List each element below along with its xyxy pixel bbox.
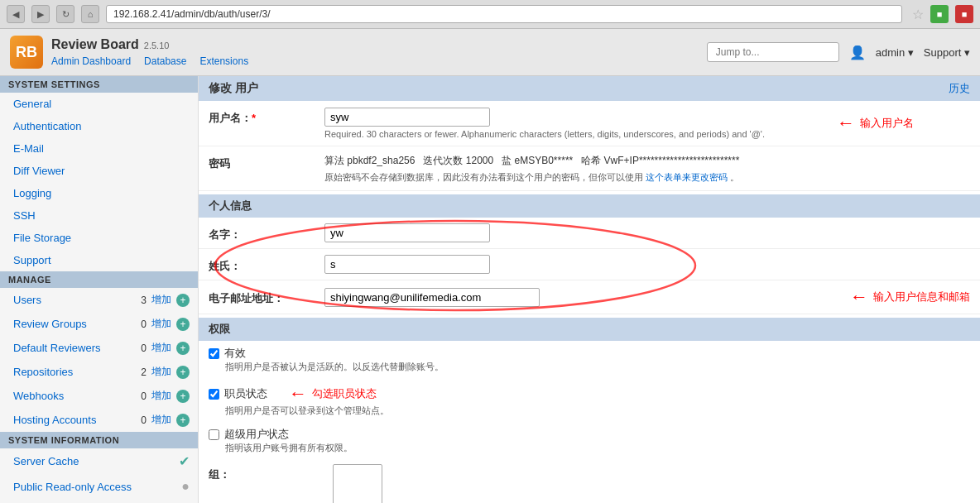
default-reviewers-add-icon[interactable]: + [176,342,190,355]
sidebar: SYSTEM SETTINGS General Authentication E… [0,76,199,503]
firstname-field-wrapper [324,223,970,242]
page-title-header: 修改 用户 历史 [199,76,980,101]
password-display: 算法 pbkdf2_sha256 迭代次数 12000 盐 eMSYB0****… [324,153,970,184]
home-button[interactable]: ⌂ [81,5,99,23]
content-area: 修改 用户 历史 用户名：* Required. 30 characters o… [199,76,980,503]
sidebar-item-email[interactable]: E-Mail [0,137,198,160]
sidebar-item-logging[interactable]: Logging [0,182,198,204]
firstname-row: 名字： [199,218,980,249]
sidebar-item-authentication[interactable]: Authentication [0,115,198,137]
ext-red-button[interactable]: ■ [955,5,973,23]
firstname-label: 名字： [209,224,324,242]
active-description: 指明用户是否被认为是活跃的。以反选代替删除账号。 [225,361,970,373]
sidebar-item-diff-viewer[interactable]: Diff Viewer [0,160,198,182]
sidebar-item-review-groups[interactable]: Review Groups 0 增加 + [0,312,198,336]
nav-admin-dashboard[interactable]: Admin Dashboard [51,55,131,67]
sidebar-item-support[interactable]: Support [0,249,198,271]
sidebar-item-public-readonly[interactable]: Public Read-only Access ● [0,474,198,499]
user-icon: 👤 [849,45,866,60]
personal-info-header: 个人信息 [199,194,980,218]
forward-button[interactable]: ▶ [31,5,50,23]
sidebar-item-webhooks[interactable]: Webhooks 0 增加 + [0,384,198,408]
main-layout: SYSTEM SETTINGS General Authentication E… [0,76,980,503]
username-label: 用户名：* [209,108,324,126]
staff-checkbox-label: 职员状态 [224,386,267,401]
url-bar[interactable] [106,5,902,23]
bookmark-icon[interactable]: ☆ [912,7,924,22]
public-readonly-status-icon: ● [181,479,190,494]
password-note2: 。 [730,172,739,182]
user-menu[interactable]: admin ▾ [876,46,914,59]
ext-green-button[interactable]: ■ [930,5,949,23]
browser-bar: ◀ ▶ ↻ ⌂ ☆ ■ ■ [0,0,980,29]
hosting-accounts-add-icon[interactable]: + [176,414,190,427]
superuser-checkbox-row: 超级用户状态 [209,427,970,442]
superuser-checkbox[interactable] [209,429,219,440]
webhooks-add-icon[interactable]: + [176,390,190,403]
refresh-button[interactable]: ↻ [56,5,74,23]
password-iter-label: 迭代次数 [423,155,463,166]
app-version: 2.5.10 [144,41,170,50]
superuser-section: 超级用户状态 指明该用户账号拥有所有权限。 [199,422,980,459]
history-link[interactable]: 历史 [949,81,970,96]
groups-section: 组： + [199,459,980,503]
sidebar-item-syntax-highlighting[interactable]: Syntax Highlighting ✔ [0,499,198,503]
sidebar-item-hosting-accounts[interactable]: Hosting Accounts 0 增加 + [0,408,198,432]
groups-select[interactable] [333,464,382,503]
email-row: 电子邮址地址： ← 输入用户信息和邮箱 [199,280,980,314]
app-header: RB Review Board 2.5.10 Admin Dashboard D… [0,29,980,76]
nav-extensions[interactable]: Extensions [199,55,248,67]
active-checkbox[interactable] [209,348,219,359]
sidebar-item-default-reviewers[interactable]: Default Reviewers 0 增加 + [0,336,198,360]
nav-database[interactable]: Database [144,55,186,67]
lastname-label: 姓氏： [209,256,324,274]
back-button[interactable]: ◀ [7,5,25,23]
jump-to-input[interactable] [707,42,839,62]
username-input[interactable] [324,108,490,127]
personal-annotation: ← 输入用户信息和邮箱 [850,286,970,308]
sidebar-item-users[interactable]: Users 3 增加 + [0,288,198,312]
sidebar-item-ssh[interactable]: SSH [0,204,198,227]
logo-icon: RB [10,36,43,69]
firstname-input[interactable] [324,223,490,242]
app-nav: Admin Dashboard Database Extensions [51,55,248,67]
email-field-wrapper [324,288,825,307]
users-add-icon[interactable]: + [176,294,190,307]
lastname-field-wrapper [324,255,970,274]
staff-checkbox-row: 职员状态 ← 勾选职员状态 [209,383,970,405]
sidebar-item-server-cache[interactable]: Server Cache ✔ [0,448,198,474]
server-cache-status-icon: ✔ [179,453,190,469]
password-algo-value: pbkdf2_sha256 [347,155,415,166]
staff-annotation: ← 勾选职员状态 [289,383,377,405]
active-checkbox-row: 有效 [209,346,970,361]
lastname-input[interactable] [324,255,490,274]
password-change-link[interactable]: 这个表单来更改密码 [646,172,728,182]
username-annotation: ← 输入用户名 [837,113,914,134]
sidebar-item-general[interactable]: General [0,93,198,115]
superuser-description: 指明该用户账号拥有所有权限。 [225,442,970,454]
repositories-add-icon[interactable]: + [176,366,190,379]
staff-checkbox[interactable] [209,389,219,400]
active-checkbox-label: 有效 [224,346,246,361]
staff-description: 指明用户是否可以登录到这个管理站点。 [225,405,970,417]
password-salt-value: eMSYB0***** [515,155,574,166]
header-right: 👤 admin ▾ Support ▾ [707,42,970,62]
review-groups-add-icon[interactable]: + [176,318,190,331]
sidebar-section-system-settings: SYSTEM SETTINGS [0,76,198,93]
password-hash-value: VwF+IP************************** [604,155,740,166]
sidebar-section-manage: MANAGE [0,271,198,288]
password-salt-label: 盐 [502,155,512,166]
email-input[interactable] [324,288,540,307]
password-iter-value: 12000 [466,155,493,166]
active-section: 有效 指明用户是否被认为是活跃的。以反选代替删除账号。 [199,341,980,378]
groups-label: 组： [209,464,324,482]
lastname-row: 姓氏： [199,249,980,280]
sidebar-item-file-storage[interactable]: File Storage [0,227,198,249]
sidebar-item-repositories[interactable]: Repositories 2 增加 + [0,360,198,384]
app-name: Review Board [51,37,139,52]
password-label: 密码 [209,153,324,171]
password-algo-label: 算法 [324,155,344,166]
app-logo: RB Review Board 2.5.10 Admin Dashboard D… [10,36,248,69]
support-menu[interactable]: Support ▾ [924,46,970,59]
sidebar-section-system-info: SYSTEM INFORMATION [0,432,198,448]
